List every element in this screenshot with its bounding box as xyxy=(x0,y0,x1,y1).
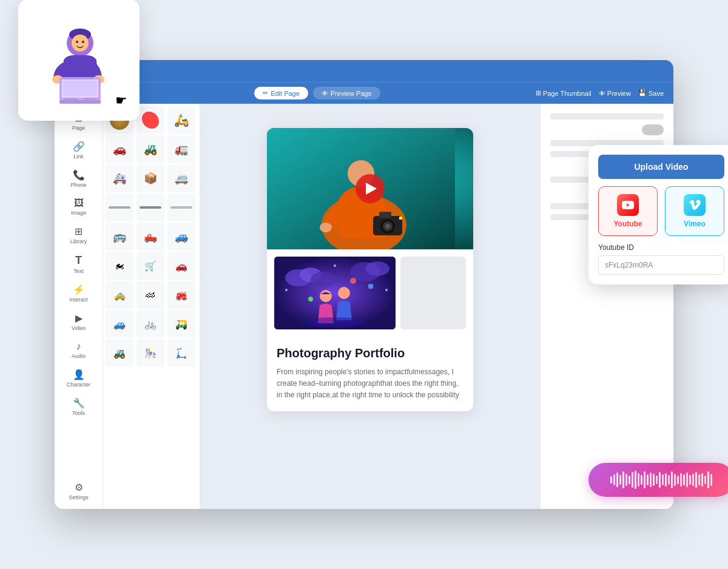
waveform-bar xyxy=(653,474,655,486)
waveform-bar xyxy=(662,474,664,485)
svg-point-22 xyxy=(350,278,356,284)
sidebar-item-image[interactable]: 🖼 Image xyxy=(58,194,99,220)
save-button[interactable]: 💾 Save xyxy=(638,89,664,97)
asset-cart[interactable]: 🛺 xyxy=(167,310,195,338)
asset-car-2[interactable]: 🚗 xyxy=(167,252,195,280)
left-sidebar: ⊞ Page 🔗 Link 📞 Phone 🖼 Image ⊞ Lib xyxy=(55,104,103,509)
asset-vehicle-1[interactable]: 🚕 xyxy=(106,281,133,309)
waveform-bar xyxy=(683,474,685,485)
youtube-icon xyxy=(617,194,639,216)
waveform-bar xyxy=(704,476,706,484)
asset-motorbike[interactable]: 🏍 xyxy=(106,252,133,280)
phone-icon: 📞 xyxy=(73,169,85,181)
waveform-bar xyxy=(656,476,658,484)
edit-page-button[interactable]: ✏ Edit Page xyxy=(254,87,308,99)
asset-line-3[interactable] xyxy=(167,194,195,221)
svg-point-23 xyxy=(308,297,313,301)
sidebar-item-settings[interactable]: ⚙ Settings xyxy=(58,478,99,504)
sidebar-item-audio[interactable]: ♪ Audio xyxy=(58,337,99,363)
sidebar-item-text[interactable]: T Text xyxy=(58,251,99,278)
svg-point-20 xyxy=(338,287,350,299)
video-icon: ▶ xyxy=(75,312,83,324)
sidebar-item-tools[interactable]: 🔧 Tools xyxy=(58,394,99,420)
waveform-bar xyxy=(622,471,624,488)
toolbar-right: ⊞ Page Thumbnail 👁 Preview 💾 Save xyxy=(536,89,664,97)
svg-point-30 xyxy=(72,35,89,52)
person-card: ☛ xyxy=(18,0,140,121)
sidebar-interact-label: Interact xyxy=(69,297,87,303)
asset-blue-car[interactable]: 🚙 xyxy=(167,223,195,251)
play-button[interactable] xyxy=(356,174,385,203)
text-icon: T xyxy=(75,254,82,267)
skeleton-toggle-1 xyxy=(642,124,664,135)
svg-rect-40 xyxy=(59,100,101,104)
waveform-bar xyxy=(668,475,670,485)
asset-ambulance[interactable]: 🚑 xyxy=(106,164,133,192)
youtube-label: Youtube xyxy=(613,220,642,228)
asset-car-1[interactable]: 🚗 xyxy=(106,135,133,163)
asset-tractor[interactable]: 🚜 xyxy=(136,135,164,163)
asset-vehicle-3[interactable]: 🚒 xyxy=(167,281,195,309)
waveform-bar xyxy=(635,471,636,489)
youtube-id-label: Youtube ID xyxy=(598,243,724,252)
asset-line-1[interactable] xyxy=(106,194,133,221)
youtube-source-button[interactable]: Youtube xyxy=(598,186,658,236)
sidebar-link-label: Link xyxy=(73,153,84,160)
waveform-bar xyxy=(686,473,688,487)
page-card-description: From inspiring people's stories to impac… xyxy=(277,366,463,402)
asset-jeep[interactable]: 🚙 xyxy=(106,310,133,338)
sidebar-item-character[interactable]: 👤 Character xyxy=(58,365,99,391)
asset-carousel[interactable]: 🎠 xyxy=(136,339,164,367)
preview-page-button[interactable]: 👁 Preview Page xyxy=(313,87,380,99)
asset-bus[interactable]: 🚌 xyxy=(106,223,133,251)
waveform-bar xyxy=(641,475,642,485)
asset-line-2[interactable] xyxy=(136,194,164,221)
browser-content: ⊞ Page 🔗 Link 📞 Phone 🖼 Image ⊞ Lib xyxy=(55,104,673,509)
vimeo-label: Vimeo xyxy=(684,220,706,228)
sidebar-audio-label: Audio xyxy=(72,353,86,359)
asset-van[interactable]: 🚐 xyxy=(167,164,195,192)
sidebar-item-phone[interactable]: 📞 Phone xyxy=(58,166,99,192)
asset-blob[interactable] xyxy=(136,106,164,134)
tools-icon: 🔧 xyxy=(73,397,85,409)
waveform-bar xyxy=(644,471,645,488)
audio-waveform-card[interactable] xyxy=(588,463,728,497)
upload-video-button[interactable]: Upload Video xyxy=(598,155,724,179)
asset-flower-cart[interactable]: 🛒 xyxy=(136,252,164,280)
cursor-hand-icon: ☛ xyxy=(115,93,127,109)
waveform-bar xyxy=(650,473,652,487)
portfolio-image-2 xyxy=(400,257,466,329)
asset-pickup[interactable]: 🛻 xyxy=(136,223,164,251)
vimeo-source-button[interactable]: Vimeo xyxy=(665,186,724,236)
asset-scooter-2[interactable]: 🛴 xyxy=(167,339,195,367)
preview-button[interactable]: 👁 Preview xyxy=(599,90,631,97)
asset-scooter[interactable]: 🛵 xyxy=(167,106,195,134)
sidebar-image-label: Image xyxy=(71,210,86,216)
skeleton-bar-1 xyxy=(550,113,664,120)
waveform-bar xyxy=(707,471,709,488)
sidebar-item-interact[interactable]: ⚡ Interact xyxy=(58,280,99,306)
svg-point-10 xyxy=(385,224,390,229)
svg-rect-7 xyxy=(379,212,391,218)
asset-truck-1[interactable]: 🚛 xyxy=(167,135,195,163)
sidebar-item-library[interactable]: ⊞ Library xyxy=(58,222,99,248)
sidebar-item-link[interactable]: 🔗 Link xyxy=(58,137,99,163)
svg-point-31 xyxy=(76,41,78,43)
page-thumbnail-button[interactable]: ⊞ Page Thumbnail xyxy=(536,89,592,97)
asset-vehicle-2[interactable]: 🏎 xyxy=(136,281,164,309)
sidebar-character-label: Character xyxy=(67,382,91,388)
vimeo-icon xyxy=(684,194,706,216)
waveform-bar xyxy=(692,474,694,486)
audio-waveform xyxy=(610,469,712,491)
asset-delivery[interactable]: 📦 xyxy=(136,164,164,192)
interact-icon: ⚡ xyxy=(73,284,85,295)
svg-point-25 xyxy=(285,289,288,291)
link-icon: 🔗 xyxy=(73,141,85,152)
youtube-id-input[interactable] xyxy=(598,255,724,275)
waveform-bar xyxy=(629,476,630,484)
person-illustration xyxy=(30,12,127,109)
sidebar-item-video[interactable]: ▶ Video xyxy=(58,309,99,335)
asset-off-road[interactable]: 🚜 xyxy=(106,339,133,367)
waveform-bar xyxy=(647,474,649,485)
asset-bicycle[interactable]: 🚲 xyxy=(136,310,164,338)
